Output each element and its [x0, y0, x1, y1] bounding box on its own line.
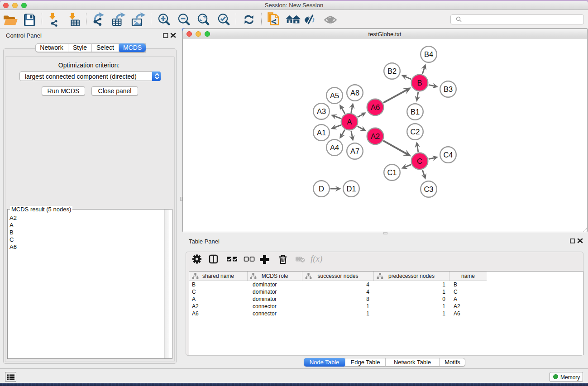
- svg-text:A3: A3: [317, 107, 326, 115]
- svg-text:A1: A1: [317, 129, 326, 137]
- svg-text:A7: A7: [350, 147, 359, 155]
- svg-text:D: D: [319, 185, 324, 193]
- svg-text:B3: B3: [444, 85, 453, 93]
- svg-text:C3: C3: [424, 185, 433, 193]
- svg-text:B: B: [417, 79, 422, 87]
- svg-text:A8: A8: [350, 89, 359, 97]
- svg-text:B2: B2: [387, 67, 397, 75]
- svg-text:A: A: [347, 118, 352, 126]
- svg-text:C1: C1: [387, 168, 397, 176]
- svg-text:B4: B4: [424, 50, 433, 58]
- svg-text:B1: B1: [411, 108, 420, 116]
- svg-text:A6: A6: [371, 103, 380, 111]
- svg-text:D1: D1: [346, 185, 356, 193]
- svg-text:C4: C4: [443, 151, 453, 159]
- svg-text:C: C: [417, 157, 422, 165]
- svg-text:A4: A4: [330, 143, 339, 152]
- svg-text:C2: C2: [410, 128, 420, 136]
- svg-text:A2: A2: [371, 132, 380, 140]
- svg-text:A5: A5: [330, 91, 339, 100]
